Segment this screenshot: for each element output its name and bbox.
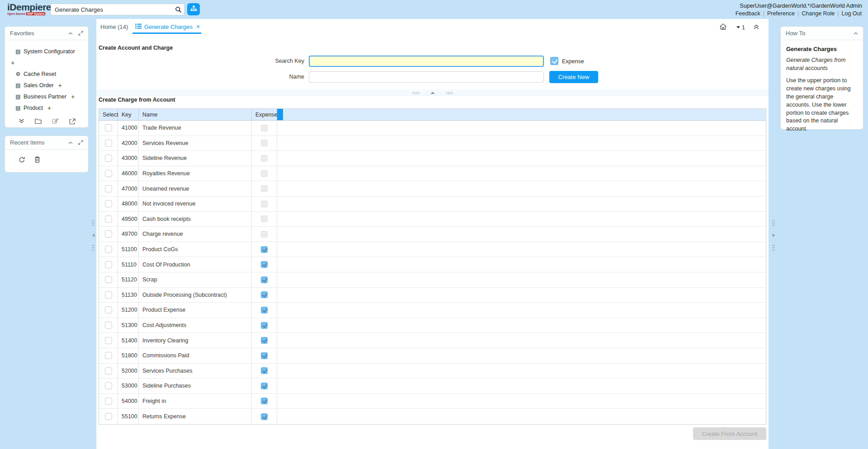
edit-icon[interactable]	[52, 118, 59, 124]
row-select-checkbox[interactable]	[105, 154, 112, 162]
row-select-checkbox[interactable]	[105, 337, 112, 344]
window-count-dropdown[interactable]: 1	[736, 24, 745, 31]
cell-filler	[277, 121, 766, 136]
create-from-account-button[interactable]: Create From Account	[693, 427, 766, 440]
search-icon[interactable]	[172, 4, 184, 15]
table-header-row: Select Key Name Expense	[99, 109, 766, 121]
sidebar-item-sales-order[interactable]: ▤Sales Order+	[15, 80, 87, 91]
refresh-icon[interactable]	[19, 156, 25, 163]
sidebar-item-cache-reset[interactable]: ⚙Cache Reset	[15, 68, 87, 80]
favorites-panel-header: Favorites	[5, 27, 88, 40]
row-select-checkbox[interactable]	[105, 140, 112, 147]
cell-key: 51120	[118, 272, 139, 287]
sidebar-item-label: Business Partner	[24, 94, 66, 100]
cell-key: 53000	[118, 379, 139, 393]
global-search-input[interactable]	[51, 6, 172, 13]
row-select-checkbox[interactable]	[105, 352, 112, 359]
double-chevron-up-icon[interactable]	[753, 23, 760, 30]
cell-name: Sideline Purchases	[139, 379, 252, 393]
column-header-key[interactable]: Key	[118, 109, 139, 120]
collapse-panel-icon[interactable]	[854, 32, 858, 35]
tab-generate-charges[interactable]: Generate Charges ×	[135, 23, 200, 30]
row-select-checkbox[interactable]	[105, 306, 112, 313]
row-select-checkbox[interactable]	[105, 382, 112, 389]
double-chevron-down-icon[interactable]	[19, 118, 24, 124]
collapse-up-icon[interactable]	[430, 92, 435, 94]
new-record-plus-icon[interactable]: +	[47, 104, 51, 112]
cell-key: 47000	[118, 181, 139, 196]
sidebar-item-label: Cache Reset	[24, 71, 56, 77]
row-expense-checkbox	[261, 383, 268, 389]
row-expense-checkbox	[261, 125, 268, 131]
cell-expense	[252, 181, 277, 196]
expand-panel-icon[interactable]	[78, 31, 83, 36]
cell-filler	[277, 379, 766, 393]
link-log-out[interactable]: Log Out	[839, 10, 864, 17]
search-key-field[interactable]	[309, 56, 544, 67]
new-record-plus-icon[interactable]: +	[71, 93, 75, 100]
row-select-checkbox[interactable]	[105, 367, 112, 374]
row-select-checkbox[interactable]	[105, 413, 112, 420]
name-field[interactable]	[309, 71, 544, 83]
cell-name: Scrap	[139, 272, 252, 287]
expand-panel-icon[interactable]	[78, 140, 83, 145]
collapse-panel-icon[interactable]	[68, 32, 73, 35]
link-preference[interactable]: Preference	[764, 10, 797, 17]
trash-icon[interactable]	[34, 156, 40, 163]
share-icon[interactable]	[69, 118, 75, 124]
sidebar-item-system-configurator[interactable]: ▤System Configurator	[15, 46, 87, 57]
new-record-plus-icon[interactable]: +	[11, 57, 87, 68]
cell-name: Services Purchases	[139, 364, 252, 379]
close-tab-icon[interactable]: ×	[196, 23, 200, 30]
horizontal-splitter[interactable]	[96, 89, 769, 96]
sidebar-item-label: Sales Order	[24, 82, 54, 89]
link-change-role[interactable]: Change Role	[799, 10, 837, 17]
link-feedback[interactable]: Feedback	[733, 10, 763, 17]
row-select-checkbox[interactable]	[105, 261, 112, 268]
row-select-checkbox[interactable]	[105, 246, 112, 253]
expense-checkbox[interactable]	[550, 57, 558, 65]
row-select-checkbox[interactable]	[105, 124, 112, 131]
collapse-panel-icon[interactable]	[68, 141, 73, 144]
menu-tree-button[interactable]	[187, 3, 200, 15]
gear-icon: ⚙	[15, 71, 21, 77]
sidebar-item-business-partner[interactable]: ▤Business Partner+	[15, 91, 87, 102]
how-to-content: Generate Charges Generate Charges from n…	[781, 40, 863, 133]
column-header-select[interactable]: Select	[99, 109, 118, 120]
collapse-left-icon[interactable]	[92, 234, 94, 237]
accounts-table: Select Key Name Expense 41000Trade Reven…	[99, 108, 766, 425]
cell-name: Not invoiced revenue	[139, 196, 252, 211]
cell-key: 51130	[118, 288, 139, 303]
drag-dots-icon	[772, 244, 775, 251]
row-select-checkbox[interactable]	[105, 276, 112, 283]
row-select-checkbox[interactable]	[105, 230, 112, 238]
column-resize-indicator[interactable]	[277, 109, 283, 120]
row-select-checkbox[interactable]	[105, 200, 112, 207]
row-select-checkbox[interactable]	[105, 185, 112, 192]
left-splitter[interactable]	[90, 220, 96, 251]
cell-name: Product Expense	[139, 303, 252, 318]
cell-filler	[277, 212, 766, 227]
column-header-name[interactable]: Name	[139, 109, 252, 120]
row-select-checkbox[interactable]	[105, 322, 112, 329]
sidebar-item-product[interactable]: ▤Product+	[15, 102, 87, 113]
cell-key: 51400	[118, 333, 139, 348]
table-row: 54000Freight in	[99, 394, 766, 409]
table-row: 51200Product Expense	[99, 303, 766, 318]
row-select-checkbox[interactable]	[105, 398, 112, 405]
cell-filler	[277, 242, 766, 257]
favorites-list: ▤System Configurator+⚙Cache Reset▤Sales …	[5, 40, 88, 113]
cell-name: Cash book receipts	[139, 212, 252, 227]
column-header-expense[interactable]: Expense	[252, 109, 277, 120]
right-splitter[interactable]	[770, 220, 777, 251]
row-select-checkbox[interactable]	[105, 170, 112, 177]
row-select-checkbox[interactable]	[105, 215, 112, 223]
home-icon[interactable]	[719, 23, 727, 30]
collapse-right-icon[interactable]	[773, 234, 775, 237]
new-record-plus-icon[interactable]: +	[58, 82, 62, 89]
tab-home[interactable]: Home (14)	[100, 23, 128, 30]
row-select-checkbox[interactable]	[105, 291, 112, 299]
create-new-button[interactable]: Create New	[549, 71, 598, 83]
tab-label: Generate Charges	[144, 23, 193, 30]
folder-icon[interactable]	[35, 118, 42, 124]
